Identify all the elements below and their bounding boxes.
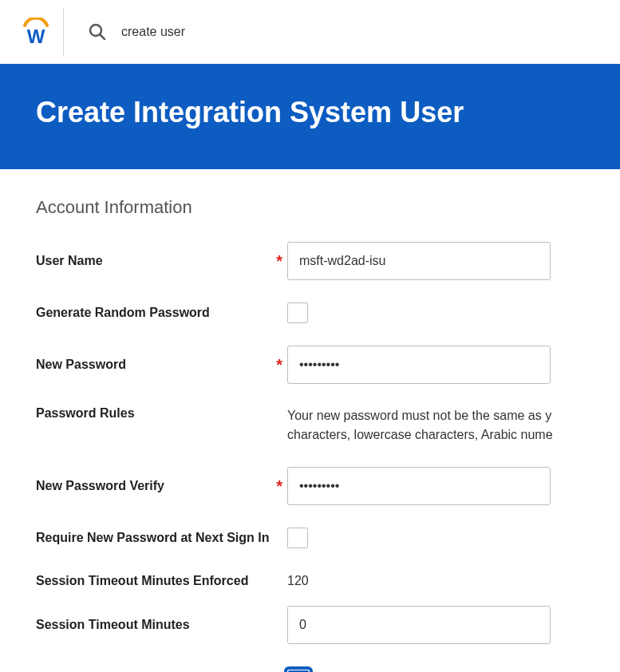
password-rules-line2: characters, lowercase characters, Arabic… [287,425,584,445]
logo-container: W [12,0,60,64]
row-user-name: User Name * [36,242,584,280]
user-name-input[interactable] [287,242,551,280]
row-session-timeout-minutes: Session Timeout Minutes [36,606,584,644]
password-rules-line1: Your new password must not be the same a… [287,406,584,425]
row-password-rules: Password Rules Your new password must no… [36,406,584,445]
required-asterisk: * [276,253,282,269]
form-content: Account Information User Name * Generate… [0,169,620,672]
label-require-new-password: Require New Password at Next Sign In [36,531,282,545]
row-session-timeout-enforced: Session Timeout Minutes Enforced 120 [36,571,584,591]
section-title: Account Information [36,197,584,218]
page-title: Create Integration System User [36,96,584,129]
session-timeout-minutes-input[interactable] [287,606,551,644]
label-new-password: New Password [36,358,273,372]
search-input[interactable] [121,25,361,39]
label-new-password-verify: New Password Verify [36,479,273,493]
new-password-input[interactable] [287,346,551,384]
search-container [88,22,361,42]
do-not-allow-ui-sessions-checkbox[interactable] [284,666,313,672]
row-new-password-verify: New Password Verify * [36,467,584,505]
search-icon [88,22,107,42]
label-generate-random-password: Generate Random Password [36,306,282,320]
require-new-password-checkbox[interactable] [287,528,308,548]
label-user-name: User Name [36,254,273,268]
top-bar: W [0,0,620,64]
row-new-password: New Password * [36,346,584,384]
page-banner: Create Integration System User [0,64,620,169]
generate-random-password-checkbox[interactable] [287,302,308,323]
label-session-timeout-enforced: Session Timeout Minutes Enforced [36,574,282,588]
svg-text:W: W [27,26,45,46]
row-do-not-allow-ui-sessions: Do Not Allow UI Sessions [36,666,584,672]
workday-logo-icon: W [22,18,50,46]
label-session-timeout-minutes: Session Timeout Minutes [36,618,282,632]
row-generate-random-password: Generate Random Password [36,302,584,323]
svg-line-2 [100,34,105,39]
required-asterisk: * [276,357,282,373]
label-password-rules: Password Rules [36,406,282,421]
required-asterisk: * [276,478,282,494]
session-timeout-enforced-value: 120 [287,574,309,587]
new-password-verify-input[interactable] [287,467,551,505]
row-require-new-password: Require New Password at Next Sign In [36,528,584,548]
